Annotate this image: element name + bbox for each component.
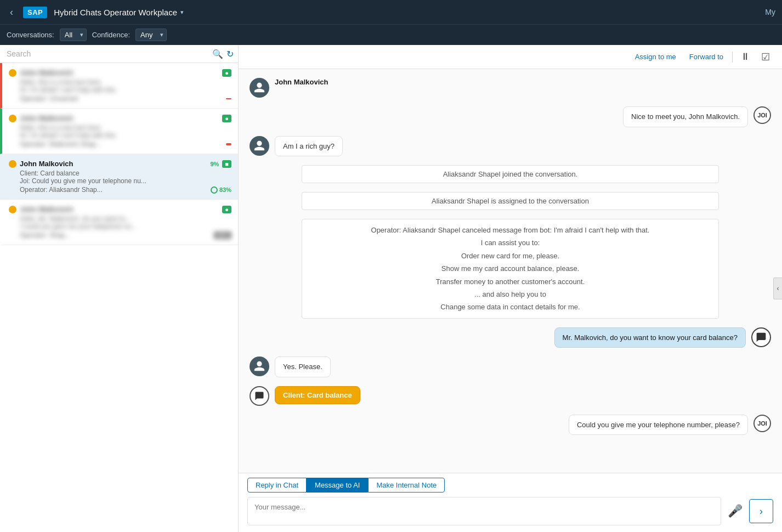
conv-operator: Operator: Shap... [20, 231, 70, 239]
check-button[interactable]: ☑ [758, 49, 773, 65]
msg-bubble: Nice to meet you, John Malkovich. [623, 106, 748, 127]
chat-messages: John Malkovich JOI Nice to meet you, Joh… [239, 69, 782, 473]
status-badge: ■ [222, 160, 231, 168]
msg-bubble: Could you give me your telephone number,… [569, 415, 748, 435]
search-icon[interactable]: 🔍 [212, 49, 223, 59]
search-bar: 🔍 ↻ [0, 45, 238, 63]
top-nav: ‹ SAP Hybrid Chats Operator Workplace ▾ … [0, 0, 782, 24]
sidebar: 🔍 ↻ John Malkovich ● Hello, this is a te… [0, 45, 239, 532]
conv-operator: Operator: Aliaksandr Shap... [20, 186, 103, 194]
confidence-select-wrapper[interactable]: Any [135, 29, 167, 41]
topbar-divider [732, 52, 733, 63]
pause-button[interactable]: ⏸ [737, 49, 753, 65]
right-panel-toggle[interactable]: ‹ [773, 278, 782, 299]
message-row: JOI Could you give me your telephone num… [250, 415, 771, 435]
msg-bubble: Yes. Please. [275, 356, 331, 377]
message-input[interactable] [247, 497, 721, 525]
input-row: 🎤 › [247, 497, 773, 525]
bot-icon: JOI [753, 415, 771, 432]
app-title-text: Hybrid Chats Operator Workplace [54, 8, 177, 17]
message-row: Am I a rich guy? [250, 136, 771, 157]
avatar-dot [9, 160, 16, 168]
msg-bubble: Am I a rich guy? [275, 136, 343, 157]
message-row: Client: Card balance [250, 386, 771, 406]
conv-name: John Malkovich [20, 160, 207, 168]
msg-content: Am I a rich guy? [275, 136, 343, 157]
back-button[interactable]: ‹ [7, 7, 16, 18]
conv-line2: Hi, I'm afraid I can't help with this [20, 132, 231, 139]
system-message-block: Operator: Aliaksandr Shapel canceled mes… [302, 219, 719, 319]
conversation-list: John Malkovich ● Hello, this is a test t… [0, 63, 238, 532]
chevron-down-icon[interactable]: ▾ [180, 9, 184, 16]
circle-icon [211, 186, 218, 194]
confidence-badge [226, 98, 231, 99]
msg-bubble-blue: Mr. Malkovich, do you want to know your … [554, 327, 746, 348]
card-balance-label: Client: Card balance [275, 386, 360, 405]
badge-percent: 9% [210, 161, 219, 167]
list-item[interactable]: John Malkovich ● Hello, this is a test t… [0, 63, 238, 109]
card-balance-tag[interactable]: Client: Card balance [275, 386, 360, 405]
conv-operator: Operator: Malkovich Shap... [20, 140, 101, 148]
blurred-badge: 00% [214, 231, 231, 239]
main-layout: 🔍 ↻ John Malkovich ● Hello, this is a te… [0, 45, 782, 532]
avatar-dot [9, 206, 16, 213]
conv-line2: I could you give me your telephone nu... [20, 223, 231, 230]
conv-name: John Malkovich [20, 69, 219, 77]
tab-make-internal-note[interactable]: Make Internal Note [368, 478, 445, 493]
microphone-icon[interactable]: 🎤 [726, 502, 745, 520]
msg-content: Yes. Please. [275, 356, 331, 377]
tab-message-to-ai[interactable]: Message to AI [307, 478, 368, 493]
conv-name: John Malkovich [20, 205, 219, 213]
filter-bar: Conversations: All Confidence: Any [0, 24, 782, 45]
avatar [250, 136, 269, 156]
conv-line1: Hello, this is a test text here [20, 78, 231, 86]
conversations-select-wrapper[interactable]: All [60, 29, 87, 41]
my-label: My [765, 8, 775, 16]
avatar [250, 78, 269, 98]
search-input[interactable] [4, 48, 209, 59]
conv-name: John Malkovich [20, 114, 219, 122]
conversations-label: Conversations: [7, 31, 54, 39]
conv-line1: Client: Card balance [20, 169, 231, 177]
operator-avatar [751, 327, 771, 347]
bot-icon: JOI [753, 106, 771, 124]
message-row: Mr. Malkovich, do you want to know your … [250, 327, 771, 348]
tab-reply-in-chat[interactable]: Reply in Chat [247, 478, 307, 493]
confidence-badge [226, 143, 231, 145]
avatar [250, 356, 269, 376]
chat-topbar: Assign to me Forward to ⏸ ☑ [239, 45, 782, 69]
message-row: JOI Nice to meet you, John Malkovich. [250, 106, 771, 127]
avatar-dot [9, 69, 16, 77]
system-message: Aliaksandr Shapel joined the conversatio… [302, 165, 719, 183]
conv-line1: Hello, this is a test text here [20, 124, 231, 132]
status-badge: ● [222, 69, 231, 77]
msg-sender: John Malkovich [275, 78, 328, 86]
confidence-display: 83% [211, 186, 231, 194]
app-title: Hybrid Chats Operator Workplace ▾ [54, 8, 184, 17]
conv-operator: Operator: Unnamed [20, 95, 78, 103]
send-button[interactable]: › [749, 499, 773, 523]
system-message: Aliaksandr Shapel is assigned to the con… [302, 192, 719, 210]
confidence-select[interactable]: Any [135, 29, 167, 41]
confidence-label: Confidence: [92, 31, 130, 39]
conv-line2: Hi, I'm afraid I can't help with this [20, 86, 231, 94]
conversations-select[interactable]: All [60, 29, 87, 41]
bot-avatar [250, 386, 269, 406]
refresh-icon[interactable]: ↻ [226, 49, 234, 59]
conv-line2: Joi: Could you give me your telephone nu… [20, 177, 231, 185]
input-tabs: Reply in Chat Message to AI Make Interna… [247, 478, 773, 493]
assign-to-me-button[interactable]: Assign to me [631, 50, 681, 63]
list-item[interactable]: John Malkovich ● Hello, Mr. Malkovich, d… [0, 200, 238, 245]
msg-content: John Malkovich [275, 78, 328, 88]
avatar-dot [9, 115, 16, 122]
list-item[interactable]: John Malkovich ● Hello, this is a test t… [0, 109, 238, 154]
status-badge: ● [222, 115, 231, 122]
chat-panel: Assign to me Forward to ⏸ ☑ John Malkovi… [239, 45, 782, 532]
message-row: Yes. Please. [250, 356, 771, 377]
chat-panel-wrapper: Assign to me Forward to ⏸ ☑ John Malkovi… [239, 45, 782, 532]
list-item-active[interactable]: › John Malkovich 9% ■ Client: Card balan… [0, 154, 238, 200]
status-badge: ● [222, 206, 231, 213]
sap-logo: SAP [23, 7, 47, 18]
forward-to-button[interactable]: Forward to [685, 50, 728, 63]
message-row: John Malkovich [250, 78, 771, 98]
